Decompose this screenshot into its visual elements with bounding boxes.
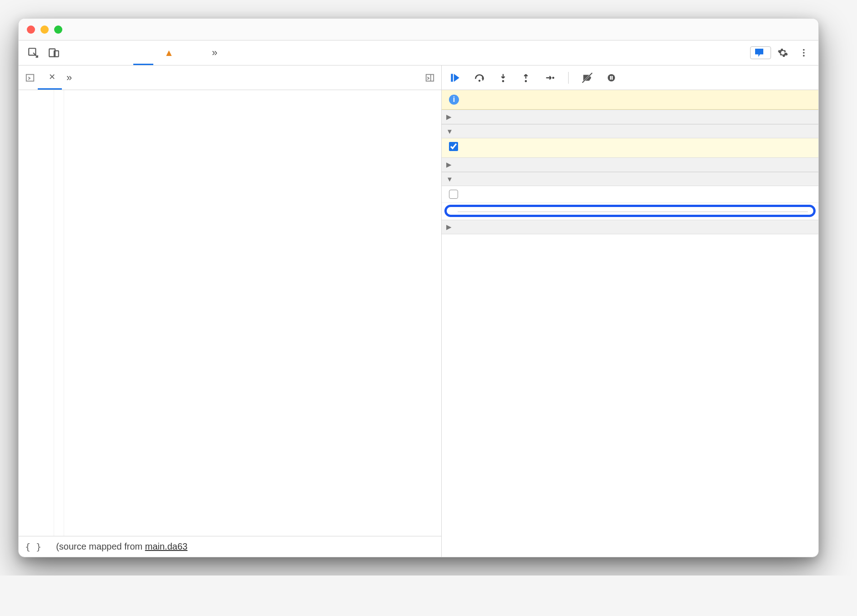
source-map-link[interactable]: main.da63 <box>145 541 187 551</box>
line-gutter[interactable] <box>19 90 54 536</box>
titlebar <box>19 19 818 40</box>
info-icon: i <box>449 95 459 105</box>
message-icon <box>755 49 763 57</box>
svg-point-10 <box>479 80 480 81</box>
kebab-menu-icon[interactable] <box>795 44 813 62</box>
debugger-panel: i ▶ ▼ ▶ ▼ ▶ <box>442 66 818 557</box>
resume-icon[interactable] <box>449 72 461 84</box>
svg-point-5 <box>803 55 805 57</box>
main-toolbar: ▲ » <box>19 40 818 66</box>
svg-rect-17 <box>610 76 611 80</box>
step-icon[interactable] <box>544 73 555 83</box>
breakpoint-checkbox[interactable] <box>449 142 458 151</box>
step-into-icon[interactable] <box>498 72 508 84</box>
settings-icon[interactable] <box>774 44 792 62</box>
inspect-icon[interactable] <box>24 44 42 62</box>
show-ignored-frames[interactable] <box>442 186 818 203</box>
svg-point-3 <box>803 49 805 51</box>
tab-console[interactable] <box>112 40 132 65</box>
breakpoint-entry[interactable] <box>442 138 818 157</box>
svg-point-11 <box>502 80 504 82</box>
panel-tabs: ▲ » <box>71 40 747 65</box>
step-out-icon[interactable] <box>521 72 531 84</box>
svg-rect-16 <box>608 74 615 81</box>
code-editor[interactable] <box>19 90 441 536</box>
tab-sources[interactable] <box>133 40 153 65</box>
file-tabs: ✕ » <box>19 66 441 90</box>
messages-button[interactable] <box>750 46 771 59</box>
tab-issues[interactable] <box>71 40 91 65</box>
debugger-controls <box>442 66 818 90</box>
svg-point-4 <box>803 52 805 54</box>
pause-exceptions-icon[interactable] <box>606 72 617 83</box>
close-icon[interactable]: ✕ <box>49 72 55 82</box>
svg-rect-18 <box>612 76 613 80</box>
debugger-toggle-icon[interactable] <box>422 73 438 83</box>
scope-panel-header[interactable]: ▶ <box>442 157 818 172</box>
tab-network[interactable]: ▲ <box>154 40 187 65</box>
window-close[interactable] <box>27 25 35 34</box>
window-minimize[interactable] <box>40 25 49 34</box>
pretty-print-icon[interactable]: { } <box>25 541 41 552</box>
code-lines[interactable] <box>64 90 441 536</box>
callstack-panel-header[interactable]: ▼ <box>442 172 818 186</box>
tab-elements[interactable] <box>91 40 111 65</box>
breakpoints-panel-header[interactable]: ▼ <box>442 124 818 138</box>
svg-point-12 <box>525 80 527 82</box>
navigator-toggle-icon[interactable] <box>22 73 38 83</box>
deactivate-breakpoints-icon[interactable] <box>581 72 593 84</box>
async-stack-group <box>444 205 816 217</box>
paused-banner: i <box>442 90 818 110</box>
status-bar: { } (source mapped from main.da63 <box>19 536 441 557</box>
xhr-breakpoints-header[interactable]: ▶ <box>442 220 818 234</box>
window-maximize[interactable] <box>54 25 62 34</box>
more-tabs-icon[interactable]: » <box>208 47 221 59</box>
svg-rect-7 <box>426 74 434 81</box>
tab-performance[interactable] <box>187 40 207 65</box>
step-over-icon[interactable] <box>474 72 485 84</box>
watch-panel-header[interactable]: ▶ <box>442 110 818 124</box>
sources-panel: ✕ » { } (source mapped from main.da63 <box>19 66 442 557</box>
file-tab-active[interactable]: ✕ <box>38 66 62 90</box>
more-files-icon[interactable]: » <box>66 72 72 84</box>
warning-icon: ▲ <box>164 47 174 58</box>
svg-rect-9 <box>451 74 453 81</box>
device-toggle-icon[interactable] <box>45 44 63 62</box>
svg-point-13 <box>552 76 555 79</box>
source-map-info: (source mapped from main.da63 <box>56 541 187 552</box>
devtools-window: ▲ » ✕ » <box>18 18 819 557</box>
